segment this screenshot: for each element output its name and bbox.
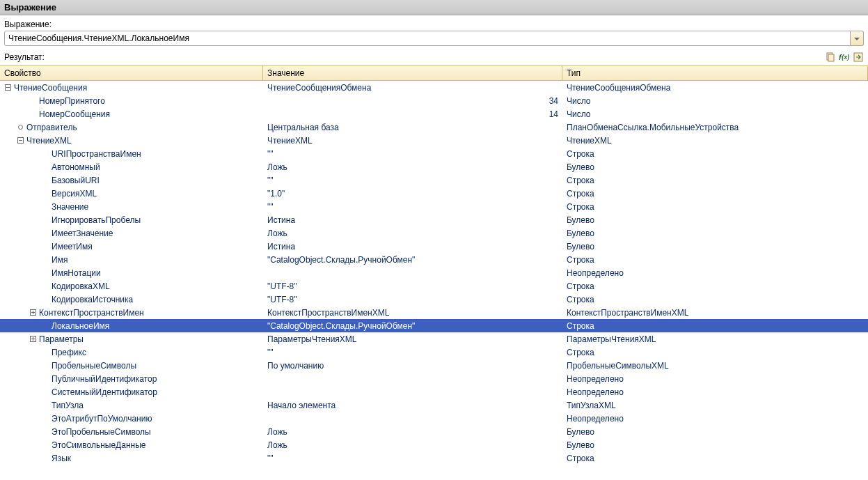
property-name: Префикс bbox=[52, 348, 86, 357]
property-type: Булево bbox=[562, 162, 868, 172]
tree-row[interactable]: КонтекстПространствИменКонтекстПространс… bbox=[0, 306, 868, 319]
tree-row[interactable]: ВерсияXML"1.0"Строка bbox=[0, 187, 868, 200]
grid-body[interactable]: ЧтениеСообщенияЧтениеСообщенияОбменаЧтен… bbox=[0, 81, 868, 471]
tree-row[interactable]: АвтономныйЛожьБулево bbox=[0, 160, 868, 173]
property-value: "" bbox=[263, 176, 562, 185]
expression-input[interactable] bbox=[4, 31, 851, 46]
property-name: Автономный bbox=[52, 162, 100, 172]
expand-icon[interactable] bbox=[28, 308, 38, 318]
tree-row[interactable]: ЭтоАтрибутПоУмолчаниюНеопределено bbox=[0, 412, 868, 425]
tree-row[interactable]: Язык""Строка bbox=[0, 451, 868, 465]
property-name: ПробельныеСимволы bbox=[52, 361, 136, 371]
collapse-icon[interactable] bbox=[15, 136, 25, 146]
tree-row[interactable]: ЭтоСимвольныеДанныеЛожьБулево bbox=[0, 438, 868, 451]
indent-placeholder bbox=[40, 149, 50, 159]
property-name: ВерсияXML bbox=[52, 189, 97, 199]
tree-row[interactable]: Имя"CatalogObject.Склады.РучнойОбмен"Стр… bbox=[0, 253, 868, 266]
tree-row[interactable]: ПробельныеСимволыПо умолчаниюПробельныеС… bbox=[0, 359, 868, 372]
tree-row[interactable]: ЭтоПробельныеСимволыЛожьБулево bbox=[0, 425, 868, 438]
property-type: Число bbox=[562, 96, 868, 106]
indent-placeholder bbox=[40, 255, 50, 265]
tree-row[interactable]: ИмеетЗначениеЛожьБулево bbox=[0, 226, 868, 240]
col-header-property[interactable]: Свойство bbox=[0, 66, 263, 80]
property-type: Неопределено bbox=[562, 374, 868, 384]
property-value: 34 bbox=[263, 96, 562, 106]
indent-placeholder bbox=[40, 242, 50, 251]
tree-row[interactable]: ПубличныйИдентификаторНеопределено bbox=[0, 372, 868, 385]
svg-rect-1 bbox=[828, 54, 834, 61]
property-value: 14 bbox=[263, 109, 562, 119]
property-type: Булево bbox=[562, 215, 868, 225]
property-value: ЧтениеXML bbox=[263, 136, 562, 146]
property-name: ЭтоСимвольныеДанные bbox=[52, 440, 145, 450]
expression-dropdown-button[interactable] bbox=[851, 31, 864, 46]
tree-row[interactable]: ТипУзлаНачало элементаТипУзлаXML bbox=[0, 398, 868, 412]
property-type: Строка bbox=[562, 295, 868, 304]
property-name: КонтекстПространствИмен bbox=[39, 308, 144, 318]
indent-placeholder bbox=[40, 215, 50, 225]
window-title: Выражение bbox=[0, 0, 868, 15]
property-value: "UTF-8" bbox=[263, 281, 562, 291]
indent-placeholder bbox=[40, 229, 50, 238]
property-value: "1.0" bbox=[263, 189, 562, 199]
tree-row[interactable]: ЛокальноеИмя"CatalogObject.Склады.Ручной… bbox=[0, 319, 868, 332]
tree-row[interactable]: БазовыйURI""Строка bbox=[0, 173, 868, 187]
tree-row[interactable]: ИмеетИмяИстинаБулево bbox=[0, 240, 868, 253]
expand-icon[interactable] bbox=[28, 334, 38, 344]
property-name: НомерСообщения bbox=[39, 109, 110, 119]
tree-row[interactable]: ЧтениеXMLЧтениеXMLЧтениеXML bbox=[0, 134, 868, 147]
tree-row[interactable]: URIПространстваИмен""Строка bbox=[0, 147, 868, 160]
collapse-icon[interactable] bbox=[3, 83, 13, 93]
indent-placeholder bbox=[40, 361, 50, 371]
property-type: Булево bbox=[562, 440, 868, 450]
tree-row[interactable]: ОтправительЦентральная базаПланОбменаСсы… bbox=[0, 121, 868, 134]
output-icon[interactable] bbox=[853, 52, 864, 63]
tree-row[interactable]: ЧтениеСообщенияЧтениеСообщенияОбменаЧтен… bbox=[0, 81, 868, 94]
tree-row[interactable]: Значение""Строка bbox=[0, 200, 868, 213]
property-type: Строка bbox=[562, 255, 868, 265]
property-type: Неопределено bbox=[562, 414, 868, 424]
property-type: Строка bbox=[562, 202, 868, 212]
tree-row[interactable]: ИмяНотацииНеопределено bbox=[0, 266, 868, 279]
property-name: ЭтоПробельныеСимволы bbox=[52, 427, 151, 437]
indent-placeholder bbox=[40, 440, 50, 450]
property-type: ПараметрыЧтенияXML bbox=[562, 334, 868, 344]
property-name: КодировкаXML bbox=[52, 281, 110, 291]
property-type: Строка bbox=[562, 348, 868, 357]
property-name: ТипУзла bbox=[52, 401, 84, 410]
indent-placeholder bbox=[40, 176, 50, 185]
col-header-type[interactable]: Тип bbox=[562, 66, 868, 80]
property-name: НомерПринятого bbox=[39, 96, 105, 106]
property-type: КонтекстПространствИменXML bbox=[562, 308, 868, 318]
property-name: ИмеетЗначение bbox=[52, 229, 113, 238]
property-name: Значение bbox=[52, 202, 88, 212]
tree-row[interactable]: СистемныйИдентификаторНеопределено bbox=[0, 385, 868, 398]
tree-row[interactable]: КодировкаXML"UTF-8"Строка bbox=[0, 279, 868, 293]
property-name: КодировкаИсточника bbox=[52, 295, 133, 304]
tree-row[interactable]: НомерПринятого34Число bbox=[0, 94, 868, 107]
property-value: "" bbox=[263, 202, 562, 212]
indent-placeholder bbox=[40, 348, 50, 357]
tree-row[interactable]: КодировкаИсточника"UTF-8"Строка bbox=[0, 293, 868, 306]
tree-row[interactable]: НомерСообщения14Число bbox=[0, 107, 868, 121]
fx-icon[interactable]: f(x) bbox=[839, 52, 850, 63]
indent-placeholder bbox=[40, 281, 50, 291]
property-name: ИгнорироватьПробелы bbox=[52, 215, 141, 225]
property-value: КонтекстПространствИменXML bbox=[263, 308, 562, 318]
property-value: Ложь bbox=[263, 440, 562, 450]
indent-placeholder bbox=[28, 109, 38, 119]
property-value: Истина bbox=[263, 242, 562, 251]
tree-row[interactable]: ПараметрыПараметрыЧтенияXMLПараметрыЧтен… bbox=[0, 332, 868, 346]
property-value: Ложь bbox=[263, 229, 562, 238]
property-name: ИмеетИмя bbox=[52, 242, 93, 251]
property-type: Строка bbox=[562, 176, 868, 185]
tree-row[interactable]: Префикс""Строка bbox=[0, 346, 868, 359]
property-value: ПараметрыЧтенияXML bbox=[263, 334, 562, 344]
col-header-value[interactable]: Значение bbox=[263, 66, 562, 80]
property-type: ПробельныеСимволыXML bbox=[562, 361, 868, 371]
property-type: Булево bbox=[562, 427, 868, 437]
indent-placeholder bbox=[40, 268, 50, 278]
tree-row[interactable]: ИгнорироватьПробелыИстинаБулево bbox=[0, 213, 868, 226]
property-type: Булево bbox=[562, 229, 868, 238]
clipboard-icon[interactable] bbox=[825, 52, 836, 63]
